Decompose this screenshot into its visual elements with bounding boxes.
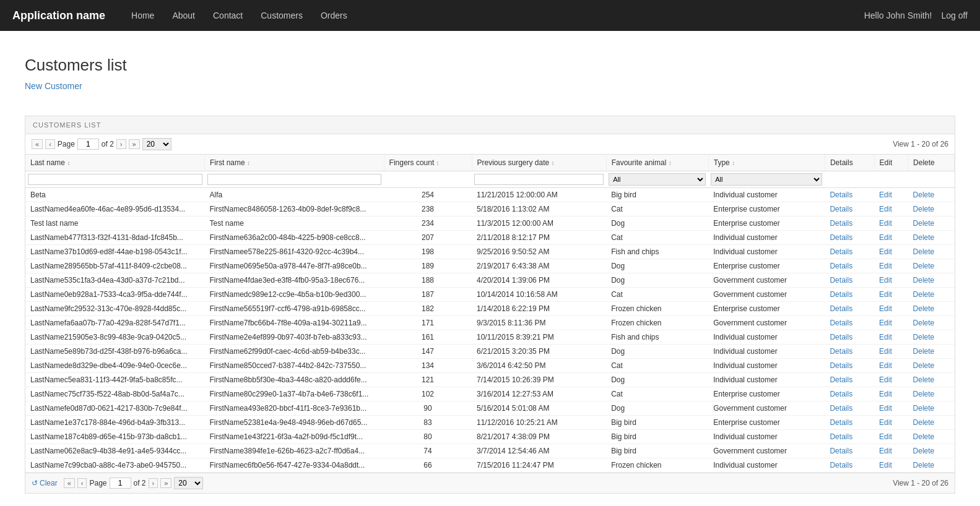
edit-link[interactable]: Edit [879, 233, 892, 242]
details-link[interactable]: Details [830, 219, 852, 228]
sort-lastname-icon[interactable]: ↕ [67, 160, 70, 166]
details-link[interactable]: Details [830, 205, 852, 213]
details-link[interactable]: Details [830, 262, 852, 270]
delete-link[interactable]: Delete [913, 276, 935, 285]
details-link[interactable]: Details [830, 333, 852, 341]
edit-link[interactable]: Edit [879, 205, 892, 213]
sort-fingers-icon[interactable]: ↕ [436, 160, 440, 166]
nav-home[interactable]: Home [124, 2, 162, 29]
edit-link[interactable]: Edit [879, 347, 892, 356]
first-page-btn-top[interactable]: « [32, 139, 43, 149]
new-customer-link[interactable]: New Customer [25, 81, 82, 91]
per-page-select-top[interactable]: 20 50 100 [142, 138, 171, 150]
page-input-bottom[interactable] [110, 478, 131, 489]
edit-link[interactable]: Edit [879, 262, 892, 270]
sort-surgery-icon[interactable]: ↕ [552, 160, 555, 166]
details-link[interactable]: Details [830, 347, 852, 356]
prev-page-btn-bottom[interactable]: ‹ [77, 478, 87, 488]
table-row: LastNameb477f313-f32f-4131-8dad-1fc845b.… [25, 231, 955, 245]
filter-lastname[interactable] [28, 174, 202, 185]
details-link[interactable]: Details [830, 290, 852, 299]
next-page-btn-bottom[interactable]: › [149, 478, 158, 488]
details-link[interactable]: Details [830, 404, 852, 413]
delete-link[interactable]: Delete [913, 233, 935, 242]
edit-link[interactable]: Edit [879, 247, 892, 256]
edit-link[interactable]: Edit [879, 418, 892, 427]
details-link[interactable]: Details [830, 276, 852, 285]
details-link[interactable]: Details [830, 361, 852, 370]
cell-animal: Fish and chips [606, 245, 708, 259]
delete-link[interactable]: Delete [913, 319, 935, 327]
filter-animal[interactable]: All Cat Dog Big bird Fish and chips Froz… [609, 173, 706, 186]
filter-type[interactable]: All Individual customer Enterprise custo… [711, 173, 822, 186]
nav-orders[interactable]: Orders [313, 2, 355, 29]
edit-link[interactable]: Edit [879, 375, 892, 384]
delete-link[interactable]: Delete [913, 219, 935, 228]
page-input-top[interactable] [77, 139, 99, 150]
filter-surgery[interactable] [474, 174, 604, 185]
delete-link[interactable]: Delete [913, 447, 935, 455]
last-page-btn-top[interactable]: » [129, 139, 140, 149]
delete-link[interactable]: Delete [913, 375, 935, 384]
edit-link[interactable]: Edit [879, 219, 892, 228]
sort-firstname-icon[interactable]: ↕ [247, 160, 250, 166]
delete-link[interactable]: Delete [913, 262, 935, 270]
table-row: LastName7c99cba0-a88c-4e73-abe0-945750..… [25, 458, 955, 473]
delete-link[interactable]: Delete [913, 304, 935, 313]
edit-link[interactable]: Edit [879, 319, 892, 327]
cell-delete: Delete [908, 430, 955, 444]
details-link[interactable]: Details [830, 304, 852, 313]
delete-link[interactable]: Delete [913, 333, 935, 341]
cell-type: Individual customer [708, 188, 825, 202]
cell-type: Individual customer [708, 231, 825, 245]
delete-link[interactable]: Delete [913, 418, 935, 427]
delete-link[interactable]: Delete [913, 390, 935, 398]
delete-link[interactable]: Delete [913, 347, 935, 356]
details-link[interactable]: Details [830, 319, 852, 327]
delete-link[interactable]: Delete [913, 191, 935, 199]
per-page-select-bottom[interactable]: 20 50 100 [174, 477, 203, 489]
details-link[interactable]: Details [830, 375, 852, 384]
edit-link[interactable]: Edit [879, 461, 892, 470]
nav-contact[interactable]: Contact [206, 2, 250, 29]
details-link[interactable]: Details [830, 390, 852, 398]
delete-link[interactable]: Delete [913, 290, 935, 299]
delete-link[interactable]: Delete [913, 205, 935, 213]
edit-link[interactable]: Edit [879, 432, 892, 441]
details-link[interactable]: Details [830, 191, 852, 199]
delete-link[interactable]: Delete [913, 461, 935, 470]
delete-link[interactable]: Delete [913, 432, 935, 441]
details-link[interactable]: Details [830, 233, 852, 242]
details-link[interactable]: Details [830, 247, 852, 256]
edit-link[interactable]: Edit [879, 361, 892, 370]
first-page-btn-bottom[interactable]: « [64, 478, 75, 488]
edit-link[interactable]: Edit [879, 404, 892, 413]
details-link[interactable]: Details [830, 447, 852, 455]
edit-link[interactable]: Edit [879, 447, 892, 455]
delete-link[interactable]: Delete [913, 247, 935, 256]
nav-customers[interactable]: Customers [253, 2, 310, 29]
of-label-top: of 2 [102, 140, 114, 148]
delete-link[interactable]: Delete [913, 361, 935, 370]
edit-link[interactable]: Edit [879, 333, 892, 341]
sort-type-icon[interactable]: ↕ [732, 160, 735, 166]
nav-about[interactable]: About [165, 2, 202, 29]
sort-animal-icon[interactable]: ↕ [669, 160, 672, 166]
details-link[interactable]: Details [830, 418, 852, 427]
last-page-btn-bottom[interactable]: » [160, 478, 171, 488]
prev-page-btn-top[interactable]: ‹ [45, 139, 55, 149]
details-link[interactable]: Details [830, 432, 852, 441]
edit-link[interactable]: Edit [879, 390, 892, 398]
filter-firstname[interactable] [207, 174, 382, 185]
clear-button[interactable]: ↺ Clear [32, 479, 58, 487]
edit-link[interactable]: Edit [879, 304, 892, 313]
details-link[interactable]: Details [830, 461, 852, 470]
edit-link[interactable]: Edit [879, 276, 892, 285]
navbar-brand[interactable]: Application name [12, 9, 105, 22]
delete-link[interactable]: Delete [913, 404, 935, 413]
next-page-btn-top[interactable]: › [116, 139, 126, 149]
logoff-link[interactable]: Log off [941, 11, 968, 20]
edit-link[interactable]: Edit [879, 290, 892, 299]
cell-delete: Delete [908, 387, 955, 401]
edit-link[interactable]: Edit [879, 191, 892, 199]
